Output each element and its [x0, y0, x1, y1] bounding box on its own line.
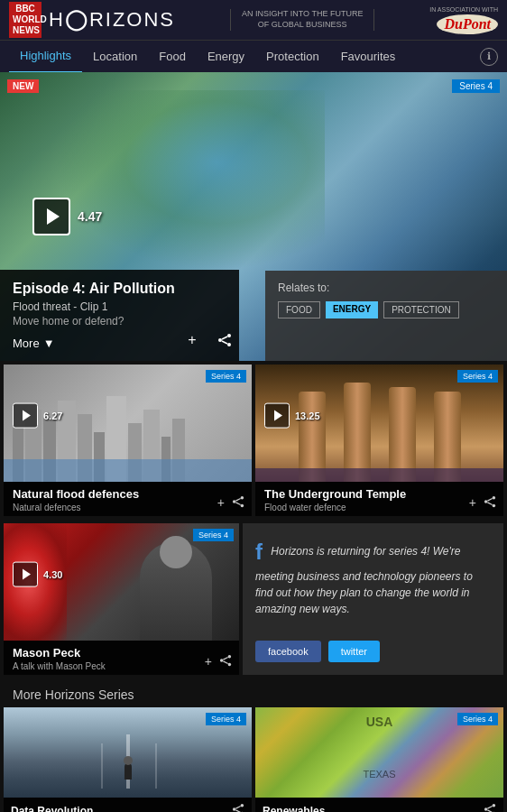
- svg-line-23: [235, 807, 240, 809]
- nav-location[interactable]: Location: [82, 41, 148, 73]
- social-buttons: facebook twitter: [255, 641, 491, 662]
- header: BBC WORLD NEWS H◯RIZONS AN INSIGHT INTO …: [0, 0, 507, 40]
- play-btn-mason[interactable]: [13, 562, 38, 587]
- facebook-f-icon: f: [255, 540, 263, 564]
- main-nav: Highlights Location Food Energy Protecti…: [0, 40, 507, 72]
- hero-episode-title: Episode 4: Air Pollution: [13, 281, 226, 297]
- svg-point-26: [484, 807, 488, 811]
- nav-protection[interactable]: Protection: [255, 41, 330, 73]
- cell-info-2: The Underground Temple Flood water defen…: [255, 482, 503, 516]
- hero-series-badge: Series 4: [452, 79, 500, 93]
- video-cell-temple: Series 4 13.25 The Underground Temple Fl…: [255, 364, 503, 516]
- svg-point-0: [227, 334, 231, 337]
- nav-highlights[interactable]: Highlights: [9, 41, 82, 73]
- svg-line-28: [487, 807, 492, 809]
- play-btn-1[interactable]: [13, 403, 38, 429]
- social-text: f Horizons is returning for series 4! We…: [255, 536, 491, 617]
- cell-title-2: The Underground Temple: [264, 487, 494, 501]
- tag-food[interactable]: FOOD: [278, 301, 320, 318]
- svg-point-1: [218, 338, 222, 342]
- series-badge-mason: Series 4: [193, 529, 234, 541]
- video-cell-flood-defences: Series 4 6.27 Natural flood defences Nat…: [4, 364, 252, 516]
- cell-actions-2: +: [469, 495, 496, 511]
- time-mason: 4.30: [43, 569, 62, 580]
- cell-play-2: 13.25: [264, 403, 320, 429]
- grid-row-2: Series 4 4.30 Mason Peck A talk with Mas…: [0, 520, 507, 678]
- header-left: BBC WORLD NEWS H◯RIZONS: [9, 2, 175, 38]
- cell-info-1: Natural flood defences Natural defences: [4, 482, 252, 516]
- relates-title: Relates to:: [278, 281, 494, 294]
- svg-point-10: [493, 496, 496, 500]
- time-2: 13.25: [295, 411, 320, 421]
- share-icon-revolution[interactable]: [232, 803, 244, 812]
- time-1: 6.27: [43, 411, 62, 421]
- relates-tags: FOOD ENERGY PROTECTION: [278, 301, 494, 318]
- svg-point-11: [484, 500, 488, 503]
- cell-actions-1: +: [217, 495, 244, 511]
- cell-actions-mason: +: [205, 654, 232, 669]
- relates-panel: Relates to: FOOD ENERGY PROTECTION: [265, 271, 507, 361]
- svg-line-18: [223, 658, 227, 660]
- hero-share-icon[interactable]: [213, 328, 236, 352]
- thumb-renewables: USA TEXAS Series 4: [255, 707, 503, 798]
- share-icon-mason[interactable]: [219, 654, 232, 669]
- info-icon[interactable]: ℹ: [480, 48, 498, 66]
- more-cell-renewables: USA TEXAS Series 4 Renewables: [255, 707, 503, 812]
- hero-new-badge: NEW: [7, 79, 39, 93]
- hero-subtitle: Move home or defend?: [13, 315, 226, 328]
- svg-line-4: [222, 341, 227, 344]
- share-icon-2[interactable]: [484, 495, 496, 511]
- thumb-revolution: Series 4: [4, 707, 252, 798]
- more-series-header: More Horizons Series: [0, 678, 507, 707]
- chevron-down-icon: ▼: [43, 337, 55, 350]
- hero-play-time: 4.47: [78, 209, 102, 224]
- series-badge-1: Series 4: [206, 370, 246, 383]
- nav-favourites[interactable]: Favourites: [330, 41, 407, 73]
- add-icon-1[interactable]: +: [217, 495, 225, 511]
- header-right: IN ASSOCIATION WITH DuPont: [429, 6, 498, 34]
- svg-line-3: [222, 337, 227, 339]
- svg-line-9: [235, 503, 240, 505]
- add-icon-mason[interactable]: +: [205, 654, 212, 669]
- nav-food[interactable]: Food: [148, 41, 197, 73]
- svg-line-13: [487, 499, 492, 502]
- play-btn-2[interactable]: [264, 403, 290, 429]
- cell-title-1: Natural flood defences: [13, 487, 243, 501]
- hero-add-icon[interactable]: +: [180, 328, 204, 352]
- thumb-temple: Series 4 13.25: [255, 364, 503, 482]
- svg-point-21: [233, 807, 236, 811]
- more-series-grid: Series 4 Data Revolution USA TEXAS Serie…: [0, 707, 507, 812]
- twitter-button[interactable]: twitter: [328, 641, 380, 662]
- share-icon-renewables[interactable]: [484, 803, 496, 812]
- svg-point-5: [241, 496, 244, 500]
- tag-protection[interactable]: PROTECTION: [383, 301, 459, 318]
- hero-aerial: [54, 90, 325, 271]
- cell-play-1: 6.27: [13, 403, 62, 429]
- usa-label: USA: [366, 715, 393, 729]
- tag-energy[interactable]: ENERGY: [326, 301, 378, 318]
- video-cell-mason: Series 4 4.30 Mason Peck A talk with Mas…: [4, 523, 239, 675]
- more-label-renewables: Renewables: [263, 805, 325, 813]
- cell-sub-1: Natural defences: [13, 503, 243, 512]
- more-cell-revolution: Series 4 Data Revolution: [4, 707, 252, 812]
- hero-action-buttons: +: [180, 328, 236, 352]
- series-badge-revolution: Series 4: [206, 713, 246, 725]
- facebook-button[interactable]: facebook: [255, 641, 321, 662]
- cell-sub-mason: A talk with Mason Peck: [13, 661, 230, 671]
- horizons-logo: H◯RIZONS: [49, 8, 175, 32]
- svg-point-15: [228, 655, 232, 659]
- svg-point-7: [241, 504, 244, 508]
- svg-point-25: [493, 804, 496, 807]
- thumb-mason: Series 4 4.30: [4, 523, 239, 641]
- svg-point-12: [493, 504, 496, 508]
- share-icon-1[interactable]: [232, 495, 244, 511]
- nav-energy[interactable]: Energy: [197, 41, 255, 73]
- association-label: IN ASSOCIATION WITH: [429, 6, 498, 13]
- add-icon-2[interactable]: +: [469, 495, 476, 511]
- svg-point-17: [228, 663, 232, 667]
- hero-section: NEW Series 4 4.47 Episode 4: Air Polluti…: [0, 72, 507, 361]
- texas-label: TEXAS: [363, 769, 395, 780]
- thumb-flood-defences: Series 4 6.27: [4, 364, 252, 482]
- hero-play-button[interactable]: [32, 198, 70, 235]
- cell-title-mason: Mason Peck: [13, 646, 230, 660]
